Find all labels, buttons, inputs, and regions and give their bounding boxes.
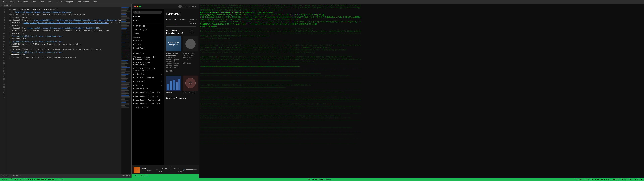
sidebar-item-stations[interactable]: Stations xyxy=(132,39,164,42)
sidebar-item-daily-mix[interactable]: Your Daily Mix xyxy=(132,28,164,32)
sidebar-playlist-coldcave[interactable]: Cold Cave - best of xyxy=(132,76,164,80)
prev-button[interactable]: ⏮ xyxy=(165,167,167,170)
search-area xyxy=(132,9,164,15)
status-right-info: 10 Temp: 44 °C 17K: 0,30 186,0 GiB 2: 50… xyxy=(574,178,642,180)
search-input[interactable] xyxy=(133,10,162,14)
sidebar-item-browse[interactable]: Browse xyxy=(132,15,164,19)
playlist-thumb-newreleases: NEW xyxy=(183,76,198,91)
player-volume: 🔊 xyxy=(183,168,196,171)
volume-icon: 🔊 xyxy=(183,168,186,171)
playlist-name-newreleases: New releases xyxy=(183,92,198,94)
close-button[interactable] xyxy=(134,6,136,7)
tab-overview[interactable]: OVERVIEW xyxy=(166,18,176,25)
new-year-section: New Year's Resolutions? SEE ALL › Piano … xyxy=(166,29,196,73)
maximize-button[interactable] xyxy=(139,6,141,7)
sidebar-playlist-house2017[interactable]: House Trance Techno 2017 xyxy=(132,94,164,98)
see-all-button[interactable]: SEE ALL › xyxy=(189,30,196,34)
section-title-newyear: New Year's Resolutions? xyxy=(166,29,189,35)
svg-text:NEW: NEW xyxy=(189,82,192,84)
user-area: E Erik Dubois ▾ xyxy=(178,5,196,8)
sidebar-playlist-house2016[interactable]: House Trance Techno 2016 xyxy=(132,91,164,94)
sidebar-playlist-2[interactable]: Various Artists – 20 Years – Metal... xyxy=(132,67,164,72)
sidebar-item-radio[interactable]: Radio xyxy=(132,19,164,22)
spotify-player: ♫ Dmolr Erik Preset ♡ ⇌ ⏮ ⏸ ⏭ ↺ 0:41 xyxy=(132,165,198,174)
next-button[interactable]: ⏭ xyxy=(174,167,176,170)
terminal-content[interactable]: r+K2/jJ!Vu0#+olveTBtjlqN{I"5'Zyb8Lb6%O:W… xyxy=(199,4,644,178)
new-playlist-button[interactable]: + New Playlist xyxy=(132,106,164,109)
sidebar-item-local-files[interactable]: Local Files xyxy=(132,46,164,50)
player-time-total: 1:06 xyxy=(178,171,182,173)
svg-rect-1 xyxy=(170,82,172,90)
spotify-app: E Erik Dubois ▾ Browse Radio YOUR MUSIC xyxy=(132,4,199,178)
menu-tools[interactable]: Tools xyxy=(56,0,62,3)
minimize-button[interactable] xyxy=(137,6,138,7)
playlist-card-charts[interactable]: Charts xyxy=(166,76,181,94)
spotify-sidebar: Browse Radio YOUR MUSIC Your Daily Mix S… xyxy=(132,9,164,165)
player-art-icon: ♫ xyxy=(136,169,137,170)
mellow-thumb-icon: ♫ xyxy=(186,39,196,49)
avatar[interactable]: E xyxy=(178,5,182,8)
sidebar-playlist-eisbrecher[interactable]: Eisbrecher ▸ xyxy=(132,80,164,84)
mini-preview xyxy=(122,7,132,174)
playlist-card-newreleases[interactable]: NEW New releases xyxy=(183,76,198,94)
playlist-thumb-mellow: ♫ xyxy=(183,36,198,52)
editor-text[interactable]: # Installing i3 on Linux Mint 18.1 Cinna… xyxy=(6,7,122,174)
piano-thumb-text: Piano in theBackground xyxy=(168,41,180,46)
playlist-thumb-piano: Piano in theBackground xyxy=(166,36,181,52)
sidebar-playlist-discover[interactable]: Discover Weekly xyxy=(132,87,164,91)
playlist-thumb-charts xyxy=(166,76,181,91)
statusbar: Temp: 44 °C 17K: 0,30 186,0 GiB 2: 50% S… xyxy=(0,178,644,181)
volume-bar[interactable] xyxy=(186,170,196,170)
sidebar-playlist-heldmachine[interactable]: Heldmachine ▸ xyxy=(132,72,164,76)
sidebar-playlist-1[interactable]: Various Artists – EUROPEAN MET.. xyxy=(132,61,164,67)
window-controls xyxy=(134,6,141,7)
sidebar-playlist-0[interactable]: Various Artists – De Explosieve 10.. xyxy=(132,55,164,61)
spotify-main: Browse OVERVIEW CHARTS GENRES & MOODS NE… xyxy=(164,9,198,165)
sidebar-item-artists[interactable]: Artists xyxy=(132,42,164,46)
sidebar-playlist-house2014[interactable]: House Trance Techno 2014 xyxy=(132,98,164,102)
tab-charts[interactable]: CHARTS xyxy=(179,18,187,25)
menu-find[interactable]: Find xyxy=(31,0,37,3)
menu-project[interactable]: Project xyxy=(65,0,74,3)
player-progress: 0:41 1:06 xyxy=(159,171,182,173)
status-right: 10 Temp: 44 °C 17K: 0,30 186,0 GiB 2: 50… xyxy=(574,178,642,180)
status-left: Temp: 44 °C 17K: 0,30 186,0 GiB 2: 50% S… xyxy=(2,178,64,180)
playlist-followers-piano: 259,032 FOLLOWERS xyxy=(166,70,181,73)
menu-view[interactable]: View xyxy=(40,0,45,3)
sidebar-playlist-house2013[interactable]: House Trance Techno 2013 xyxy=(132,102,164,106)
menu-goto[interactable]: Goto xyxy=(48,0,53,3)
svg-rect-2 xyxy=(173,80,175,90)
main-area: README.md 12345 678910 1112131415 161718… xyxy=(0,4,644,178)
progress-bar[interactable] xyxy=(164,172,177,172)
editor: README.md 12345 678910 1112131415 161718… xyxy=(0,4,132,178)
player-controls: ⇌ ⏮ ⏸ ⏭ ↺ 0:41 1:06 xyxy=(159,166,182,173)
sidebar-playlist-rammstein[interactable]: Rammstein ▸ xyxy=(132,84,164,87)
menu-selection[interactable]: Selection xyxy=(18,0,29,3)
editor-col-status: Column 56 xyxy=(12,175,21,177)
editor-content: 12345 678910 1112131415 1617181920 21222… xyxy=(0,7,132,174)
menu-file[interactable]: File xyxy=(1,0,7,3)
tab-genres[interactable]: GENRES & MOODS xyxy=(189,18,197,25)
progress-fill xyxy=(164,172,169,172)
browse-tabs: OVERVIEW CHARTS GENRES & MOODS NEW RELEA… xyxy=(166,18,196,27)
terminal: r+K2/jJ!Vu0#+olveTBtjlqN{I"5'Zyb8Lb6%O:W… xyxy=(199,4,644,178)
play-button[interactable]: ⏸ xyxy=(169,166,172,170)
playlist-card-piano[interactable]: Piano in theBackground Piano in the Back… xyxy=(166,36,181,73)
repeat-button[interactable]: ↺ xyxy=(178,167,179,170)
player-info: Dmolr Erik Preset xyxy=(141,168,154,172)
sidebar-item-albums[interactable]: Albums xyxy=(132,35,164,39)
chevron-right-icon-3: ▸ xyxy=(161,84,162,86)
shuffle-button[interactable]: ⇌ xyxy=(162,167,163,170)
playlist-desc-mellow: Chillout Hip Hop, Photo Little... xyxy=(183,55,198,61)
svg-rect-4 xyxy=(178,79,180,90)
player-track: Dmolr xyxy=(141,168,154,170)
playlist-followers-mellow: 239,173 FOLLOWERS xyxy=(183,62,198,65)
player-buttons: ⇌ ⏮ ⏸ ⏭ ↺ xyxy=(162,166,179,170)
menu-edit[interactable]: Edit xyxy=(10,0,15,3)
menu-preferences[interactable]: Preferences xyxy=(76,0,90,3)
playlist-card-mellow[interactable]: ♫ Mellow Bars Chillout Hip Hop, Photo Li… xyxy=(183,36,198,73)
heart-icon[interactable]: ♡ xyxy=(156,168,158,171)
sidebar-item-songs[interactable]: Songs xyxy=(132,32,164,35)
menu-help[interactable]: Help xyxy=(92,0,98,3)
chevron-down-icon: ▾ xyxy=(195,5,196,7)
